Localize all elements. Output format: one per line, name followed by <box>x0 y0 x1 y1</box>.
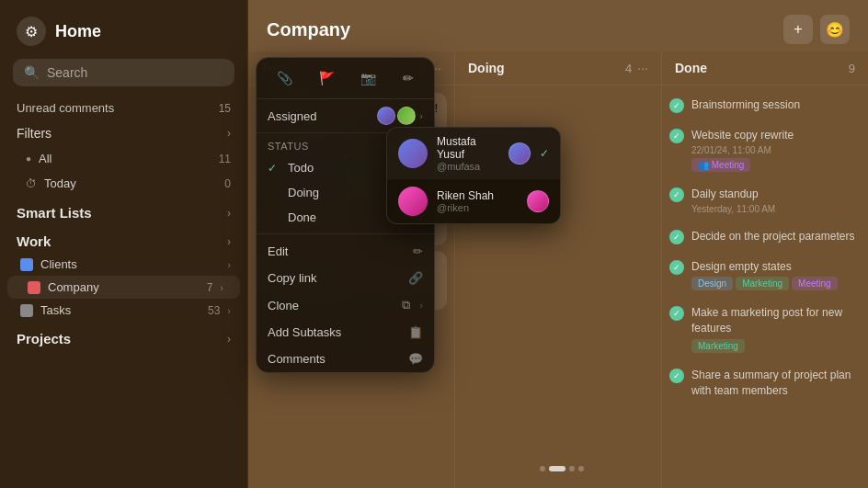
list-item[interactable]: ✓ Website copy rewrite 22/01/24, 11:00 A… <box>669 123 861 176</box>
flag-tool-icon[interactable]: 🚩 <box>315 67 338 89</box>
smart-lists-label: Smart Lists <box>17 205 92 221</box>
sidebar-item-clients[interactable]: Clients › <box>0 253 247 276</box>
today-count: 0 <box>224 177 231 190</box>
search-label: Search <box>47 65 87 80</box>
done-task-info: Brainstorming session <box>691 97 800 113</box>
company-count: 7 <box>207 281 213 294</box>
sidebar-item-company[interactable]: Company 7 › <box>7 276 240 299</box>
done-check-icon: ✓ <box>669 187 684 202</box>
unread-comments-row[interactable]: Unread comments 15 <box>0 96 247 120</box>
done-task-tags: Marketing <box>691 339 861 353</box>
sidebar-item-tasks[interactable]: Tasks 53 › <box>0 299 247 322</box>
edit-icon: ✏ <box>413 244 423 258</box>
company-label: Company <box>48 280 99 294</box>
done-check-icon: ✓ <box>669 98 684 113</box>
clone-icon: ⧉ <box>402 298 410 312</box>
riken-avatar <box>398 187 428 216</box>
link-icon: 🔗 <box>408 271 423 285</box>
done-column: Done 9 ✓ Brainstorming session ✓ <box>662 51 868 488</box>
done-check-icon: ✓ <box>669 230 684 244</box>
comments-action-row[interactable]: Comments 💬 <box>257 346 434 372</box>
doing-column: Doing 4 ··· <box>455 51 662 488</box>
pencil-icon[interactable]: ✏ <box>399 67 417 89</box>
search-bar[interactable]: 🔍 Search <box>13 59 234 86</box>
attachment-icon[interactable]: 📎 <box>273 67 296 89</box>
today-label: Today <box>44 176 76 190</box>
list-item[interactable]: ✓ Brainstorming session <box>669 93 861 118</box>
list-item[interactable]: ✓ Design empty states Design Marketing M… <box>669 255 861 296</box>
riken-small-avatar <box>527 190 549 212</box>
tag-meeting: Meeting <box>792 277 838 290</box>
sidebar-item-all[interactable]: ● All 11 <box>0 146 247 171</box>
list-item[interactable]: ✓ Daily standup Yesterday, 11:00 AM <box>669 182 861 219</box>
done-check-icon: ✓ <box>669 260 684 275</box>
scroll-indicator <box>256 466 868 471</box>
done-task-title: Website copy rewrite <box>691 128 794 143</box>
avatar <box>377 107 395 125</box>
assigned-expand-icon: › <box>419 110 423 121</box>
subtasks-icon: 📋 <box>408 325 423 339</box>
add-subtasks-label: Add Subtasks <box>268 325 399 339</box>
doing-col-menu-icon[interactable]: ··· <box>637 61 648 75</box>
scroll-dot <box>569 466 575 471</box>
done-task-tags: 👥 Meeting <box>691 158 794 172</box>
today-icon: ⏱ <box>26 177 37 190</box>
tasks-count: 53 <box>208 304 220 317</box>
scroll-dot-active <box>549 466 565 471</box>
copy-link-action-row[interactable]: Copy link 🔗 <box>257 265 434 291</box>
smart-lists-row[interactable]: Smart Lists › <box>0 196 247 224</box>
work-row[interactable]: Work › <box>0 224 247 253</box>
filters-chevron-icon: › <box>227 127 231 140</box>
clients-color-icon <box>20 258 33 271</box>
projects-row[interactable]: Projects › <box>0 322 247 350</box>
list-item[interactable]: ✓ Decide on the project parameters <box>669 224 861 249</box>
add-board-button[interactable]: + <box>783 15 813 44</box>
comments-icon: 💬 <box>408 352 423 366</box>
avatar <box>397 107 416 125</box>
done-col-body: ✓ Brainstorming session ✓ Website copy r… <box>662 85 868 488</box>
board-title: Company <box>267 19 350 40</box>
done-task-title: Make a marketing post for new features <box>691 305 861 336</box>
all-label: All <box>39 152 51 165</box>
list-item[interactable]: ✓ Share a summary of project plan with t… <box>669 363 861 403</box>
sidebar: ⚙ Home 🔍 Search Unread comments 15 Filte… <box>0 0 248 488</box>
sidebar-item-today[interactable]: ⏱ Today 0 <box>0 171 247 196</box>
person-handle: @mufasa <box>437 161 499 172</box>
popup-toolbar: 📎 🚩 📷 ✏ <box>257 58 434 99</box>
assigned-label: Assigned <box>268 109 377 123</box>
mustafa-small-avatar <box>508 142 531 165</box>
done-task-info: Decide on the project parameters <box>691 229 854 244</box>
sidebar-title: Home <box>55 22 101 41</box>
done-task-date: 22/01/24, 11:00 AM <box>691 145 794 155</box>
status-check-icon: ✓ <box>268 162 280 175</box>
done-task-tags: Design Marketing Meeting <box>691 277 838 290</box>
add-subtasks-action-row[interactable]: Add Subtasks 📋 <box>257 319 434 346</box>
board-header: Company + 😊 <box>248 0 868 51</box>
popup-divider <box>257 233 434 234</box>
tasks-color-icon <box>20 304 33 317</box>
done-col-count: 9 <box>849 62 855 75</box>
clone-action-row[interactable]: Clone ⧉ › <box>257 291 434 319</box>
filters-row[interactable]: Filters › <box>0 120 247 146</box>
done-task-title: Brainstorming session <box>691 97 800 113</box>
person-mustafa-row[interactable]: Mustafa Yusuf @mufasa ✓ <box>387 128 560 179</box>
person-riken-row[interactable]: Riken Shah @riken <box>387 179 560 223</box>
scroll-dot <box>540 466 545 471</box>
work-label: Work <box>17 233 51 249</box>
mustafa-avatar <box>398 139 428 168</box>
emoji-board-button[interactable]: 😊 <box>820 15 850 44</box>
camera-icon[interactable]: 📷 <box>357 67 380 89</box>
tag-marketing: Marketing <box>691 339 745 353</box>
people-dropdown: Mustafa Yusuf @mufasa ✓ Riken Shah @rike… <box>386 127 561 224</box>
work-chevron-icon: › <box>227 235 231 248</box>
gear-icon[interactable]: ⚙ <box>17 17 46 46</box>
edit-action-row[interactable]: Edit ✏ <box>257 238 434 265</box>
done-check-icon: ✓ <box>669 369 684 383</box>
scroll-dot <box>578 466 584 471</box>
person-handle: @riken <box>437 202 518 213</box>
company-chevron-icon: › <box>220 282 223 293</box>
sidebar-header: ⚙ Home <box>0 0 247 55</box>
company-color-icon <box>28 281 40 294</box>
list-item[interactable]: ✓ Make a marketing post for new features… <box>669 301 861 357</box>
person-name: Riken Shah <box>437 189 518 202</box>
